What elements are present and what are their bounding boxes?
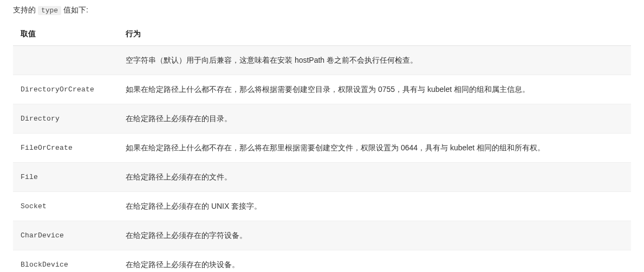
behavior-cell: 在给定路径上必须存在的文件。 (118, 163, 631, 192)
table-row: File 在给定路径上必须存在的文件。 (13, 163, 631, 192)
type-cell: Directory (13, 104, 118, 134)
behavior-cell: 空字符串（默认）用于向后兼容，这意味着在安装 hostPath 卷之前不会执行任… (118, 46, 631, 75)
type-table: 取值 行为 空字符串（默认）用于向后兼容，这意味着在安装 hostPath 卷之… (13, 23, 631, 272)
intro-text: 支持的 type 值如下: (13, 5, 631, 15)
type-cell: DirectoryOrCreate (13, 75, 118, 104)
table-row: CharDevice 在给定路径上必须存在的字符设备。 (13, 221, 631, 250)
type-cell: File (13, 163, 118, 192)
table-row: FileOrCreate 如果在给定路径上什么都不存在，那么将在那里根据需要创建… (13, 134, 631, 163)
intro-code: type (38, 6, 61, 15)
behavior-cell: 如果在给定路径上什么都不存在，那么将根据需要创建空目录，权限设置为 0755，具… (118, 75, 631, 104)
behavior-cell: 在给定路径上必须存在的块设备。 (118, 250, 631, 273)
behavior-cell: 如果在给定路径上什么都不存在，那么将在那里根据需要创建空文件，权限设置为 064… (118, 134, 631, 163)
type-cell: CharDevice (13, 221, 118, 250)
table-row: Directory 在给定路径上必须存在的目录。 (13, 104, 631, 134)
behavior-cell: 在给定路径上必须存在的目录。 (118, 104, 631, 134)
table-row: DirectoryOrCreate 如果在给定路径上什么都不存在，那么将根据需要… (13, 75, 631, 104)
intro-prefix: 支持的 (13, 5, 38, 14)
behavior-cell: 在给定路径上必须存在的字符设备。 (118, 221, 631, 250)
type-cell: FileOrCreate (13, 134, 118, 163)
type-cell: Socket (13, 192, 118, 221)
header-col-behavior: 行为 (118, 23, 631, 46)
type-cell (13, 46, 118, 75)
behavior-cell: 在给定路径上必须存在的 UNIX 套接字。 (118, 192, 631, 221)
table-header-row: 取值 行为 (13, 23, 631, 46)
type-cell: BlockDevice (13, 250, 118, 273)
intro-suffix: 值如下: (61, 5, 88, 14)
table-row: BlockDevice 在给定路径上必须存在的块设备。 (13, 250, 631, 273)
header-col-value: 取值 (13, 23, 118, 46)
table-row: 空字符串（默认）用于向后兼容，这意味着在安装 hostPath 卷之前不会执行任… (13, 46, 631, 75)
table-row: Socket 在给定路径上必须存在的 UNIX 套接字。 (13, 192, 631, 221)
